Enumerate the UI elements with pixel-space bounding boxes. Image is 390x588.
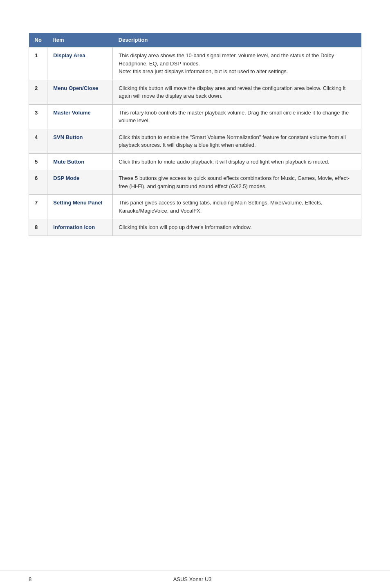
cell-description: This display area shows the 10-band sign…: [113, 47, 361, 80]
table-row: 6DSP ModeThese 5 buttons give access to …: [29, 170, 361, 195]
table-row: 7Setting Menu PanelThis panel gives acce…: [29, 195, 361, 219]
cell-no: 8: [29, 219, 47, 236]
cell-description: These 5 buttons give access to quick sou…: [113, 170, 361, 195]
page-number: 8: [29, 576, 31, 582]
cell-no: 2: [29, 80, 47, 104]
page-footer: 8 ASUS Xonar U3: [0, 570, 390, 588]
cell-item: Mute Button: [47, 153, 113, 170]
cell-no: 4: [29, 129, 47, 153]
cell-no: 3: [29, 104, 47, 129]
reference-table: No Item Description 1Display AreaThis di…: [29, 33, 361, 236]
page-content: No Item Description 1Display AreaThis di…: [0, 0, 390, 570]
cell-no: 6: [29, 170, 47, 195]
col-header-no: No: [29, 33, 47, 47]
col-header-description: Description: [113, 33, 361, 47]
table-header-row: No Item Description: [29, 33, 361, 47]
table-row: 3Master VolumeThis rotary knob controls …: [29, 104, 361, 129]
cell-item: Setting Menu Panel: [47, 195, 113, 219]
table-row: 5Mute ButtonClick this button to mute au…: [29, 153, 361, 170]
footer-title: ASUS Xonar U3: [31, 576, 353, 582]
table-row: 4SVN ButtonClick this button to enable t…: [29, 129, 361, 153]
cell-no: 5: [29, 153, 47, 170]
cell-item: DSP Mode: [47, 170, 113, 195]
cell-description: Click this button to enable the "Smart V…: [113, 129, 361, 153]
cell-description: This panel gives access to setting tabs,…: [113, 195, 361, 219]
cell-no: 7: [29, 195, 47, 219]
cell-no: 1: [29, 47, 47, 80]
table-row: 2Menu Open/CloseClicking this button wil…: [29, 80, 361, 104]
cell-description: Clicking this icon will pop up driver's …: [113, 219, 361, 236]
cell-item: Information icon: [47, 219, 113, 236]
col-header-item: Item: [47, 33, 113, 47]
cell-item: Master Volume: [47, 104, 113, 129]
cell-item: Display Area: [47, 47, 113, 80]
cell-description: Click this button to mute audio playback…: [113, 153, 361, 170]
cell-description: Clicking this button will move the displ…: [113, 80, 361, 104]
table-row: 1Display AreaThis display area shows the…: [29, 47, 361, 80]
table-row: 8Information iconClicking this icon will…: [29, 219, 361, 236]
cell-item: SVN Button: [47, 129, 113, 153]
cell-description: This rotary knob controls the master pla…: [113, 104, 361, 129]
cell-item: Menu Open/Close: [47, 80, 113, 104]
